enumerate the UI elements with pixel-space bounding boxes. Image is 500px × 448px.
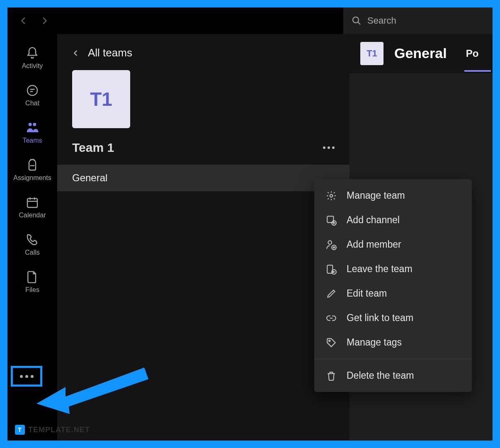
svg-rect-8 <box>27 199 37 207</box>
tag-icon <box>326 337 337 348</box>
svg-point-5 <box>29 123 32 126</box>
rail-label: Calls <box>25 249 40 256</box>
pencil-icon <box>326 288 337 299</box>
rail-item-teams[interactable]: Teams <box>22 121 42 144</box>
rail-label: Calendar <box>19 212 46 219</box>
rail-label: Chat <box>25 100 39 107</box>
search-input[interactable]: Search <box>343 7 493 34</box>
menu-leave-team[interactable]: Leave the team <box>314 257 472 281</box>
channel-title: General <box>394 45 447 61</box>
menu-label: Edit team <box>347 288 387 299</box>
svg-point-2 <box>27 85 37 95</box>
teams-icon <box>26 121 39 134</box>
ellipsis-icon <box>31 375 34 378</box>
rail-item-calls[interactable]: Calls <box>25 233 40 256</box>
menu-edit-team[interactable]: Edit team <box>314 281 472 306</box>
forward-icon[interactable] <box>40 16 49 25</box>
add-channel-icon <box>326 215 337 226</box>
add-member-icon <box>326 239 337 250</box>
rail-label: Files <box>25 286 39 294</box>
menu-get-link[interactable]: Get link to team <box>314 306 472 330</box>
menu-label: Leave the team <box>347 263 413 275</box>
menu-label: Add channel <box>347 214 400 226</box>
menu-label: Get link to team <box>347 312 413 324</box>
chevron-left-icon <box>72 49 80 57</box>
svg-marker-24 <box>36 368 148 414</box>
team-tile[interactable]: T1 <box>72 70 130 128</box>
svg-point-17 <box>328 241 332 244</box>
ellipsis-icon <box>20 375 23 378</box>
rail-item-calendar[interactable]: Calendar <box>19 196 46 219</box>
ellipsis-icon <box>25 375 28 378</box>
team-name: Team 1 <box>72 141 114 155</box>
menu-manage-tags[interactable]: Manage tags <box>314 330 472 355</box>
trash-icon <box>326 370 337 381</box>
rail-label: Activity <box>22 62 43 70</box>
menu-label: Manage team <box>347 190 405 201</box>
search-placeholder: Search <box>367 15 396 26</box>
svg-point-12 <box>330 194 333 197</box>
tab-posts[interactable]: Po <box>466 48 479 59</box>
rail-item-files[interactable]: Files <box>25 270 39 294</box>
leave-icon <box>326 264 337 275</box>
phone-icon <box>26 233 39 246</box>
watermark-text: TEMPLATE.NET <box>28 426 90 434</box>
rail-item-chat[interactable]: Chat <box>25 84 39 107</box>
menu-divider <box>314 359 472 359</box>
menu-add-channel[interactable]: Add channel <box>314 208 472 232</box>
svg-line-1 <box>358 22 360 24</box>
bell-icon <box>26 46 39 60</box>
watermark: T TEMPLATE.NET <box>15 425 90 435</box>
team-header: Team 1 <box>57 141 350 165</box>
svg-point-23 <box>329 340 330 341</box>
rail-item-assignments[interactable]: Assignments <box>13 158 51 182</box>
team-more-button[interactable] <box>323 146 335 149</box>
rail-item-activity[interactable]: Activity <box>22 46 43 70</box>
channel-general[interactable]: General <box>57 165 350 191</box>
svg-point-0 <box>353 17 359 23</box>
search-icon <box>352 16 362 26</box>
history-nav <box>19 16 49 25</box>
watermark-badge: T <box>15 425 25 435</box>
rail-label: Teams <box>22 137 42 144</box>
svg-point-6 <box>33 123 36 126</box>
content-header: T1 General Po <box>350 34 493 73</box>
annotation-arrow <box>36 364 153 414</box>
menu-label: Manage tags <box>347 337 402 348</box>
menu-manage-team[interactable]: Manage team <box>314 183 472 208</box>
back-icon[interactable] <box>19 16 28 25</box>
backpack-icon <box>26 158 39 172</box>
panel-back-label: All teams <box>88 46 132 59</box>
app-window: Search Activity Chat Teams Assignments <box>7 7 493 441</box>
titlebar: Search <box>7 7 493 34</box>
menu-delete-team[interactable]: Delete the team <box>314 363 472 388</box>
rail-label: Assignments <box>13 174 51 182</box>
team-context-menu: Manage team Add channel Add member Leave… <box>314 179 472 392</box>
calendar-icon <box>26 196 39 209</box>
file-icon <box>26 270 39 284</box>
menu-label: Delete the team <box>347 370 414 381</box>
menu-label: Add member <box>347 239 401 250</box>
menu-add-member[interactable]: Add member <box>314 232 472 257</box>
panel-back[interactable]: All teams <box>57 46 350 70</box>
chat-icon <box>26 84 39 97</box>
gear-icon <box>326 190 337 201</box>
link-icon <box>326 313 337 324</box>
channel-tile: T1 <box>360 42 383 65</box>
main: Activity Chat Teams Assignments Calendar… <box>7 34 493 441</box>
